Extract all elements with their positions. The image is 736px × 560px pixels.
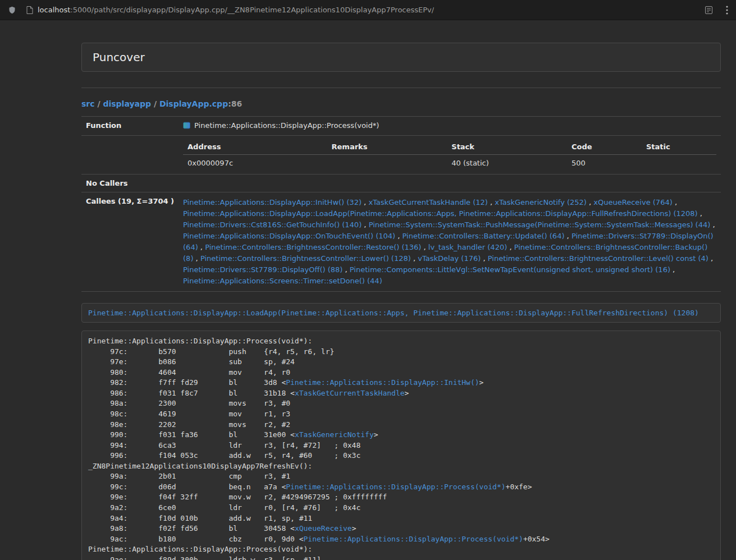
symbol-stats-table: Address Remarks Stack Code Static 0x0000…: [183, 140, 716, 169]
address-bar[interactable]: localhost:5000/path/src/displayapp/Displ…: [38, 6, 705, 14]
browser-toolbar: localhost:5000/path/src/displayapp/Displ…: [0, 0, 736, 20]
breadcrumb-line-suffix: :86: [228, 99, 242, 108]
callee-link[interactable]: Pinetime::Controllers::Battery::Update()…: [403, 232, 565, 240]
assembly-symbol-link[interactable]: Pinetime::Applications::DisplayApp::Proc…: [304, 535, 523, 543]
callee-link[interactable]: xTaskGenericNotify (252): [495, 198, 587, 206]
callee-link[interactable]: Pinetime::Applications::DisplayApp::OnTo…: [183, 232, 395, 240]
url-path: :5000/path/src/displayapp/DisplayApp.cpp…: [70, 6, 434, 14]
breadcrumb-link[interactable]: src: [81, 99, 95, 108]
stats-remarks-value: [327, 155, 447, 170]
function-row-label: Function: [81, 117, 179, 136]
stats-stack-value: 40 (static): [447, 155, 567, 170]
stats-address-value: 0x0000097c: [183, 155, 327, 170]
stats-col-code: Code: [567, 140, 642, 155]
breadcrumb: src / displayapp / DisplayApp.cpp:86: [81, 99, 721, 108]
callee-link[interactable]: lv_task_handler (420): [428, 243, 507, 251]
assembly-symbol-link[interactable]: xTaskGetCurrentTaskHandle: [295, 389, 405, 397]
stats-table-row: Address Remarks Stack Code Static 0x0000…: [81, 136, 721, 175]
stats-col-address: Address: [183, 140, 327, 155]
function-symbol-icon: [183, 122, 190, 131]
highlighted-callee-panel: Pinetime::Applications::DisplayApp::Load…: [81, 303, 721, 323]
app-header-panel: Puncover: [81, 43, 721, 72]
stats-col-static: Static: [642, 140, 716, 155]
page-icon: [26, 6, 33, 14]
breadcrumb-separator: /: [95, 99, 103, 108]
callee-link[interactable]: Pinetime::Components::LittleVgl::SetNewT…: [350, 265, 670, 274]
reader-view-icon[interactable]: [705, 6, 712, 14]
callee-link[interactable]: Pinetime::Controllers::BrightnessControl…: [200, 254, 411, 263]
callee-link[interactable]: Pinetime::System::SystemTask::PushMessag…: [369, 221, 711, 229]
callees-row: Callees (19, Σ=3704 ) Pinetime::Applicat…: [81, 192, 721, 292]
callees-list: Pinetime::Applications::DisplayApp::Init…: [179, 192, 721, 292]
main-content: Puncover src / displayapp / DisplayApp.c…: [81, 43, 721, 560]
callee-link[interactable]: Pinetime::Applications::DisplayApp::Load…: [183, 209, 698, 218]
stats-header-row: Address Remarks Stack Code Static: [183, 140, 716, 155]
callee-link[interactable]: xTaskGetCurrentTaskHandle (12): [368, 198, 487, 206]
function-name: Pinetime::Applications::DisplayApp::Proc…: [194, 121, 379, 130]
stats-code-value: 500: [567, 155, 642, 170]
callee-link[interactable]: Pinetime::Drivers::Cst816S::GetTouchInfo…: [183, 221, 362, 229]
callees-label: Callees (19, Σ=3704 ): [81, 192, 179, 292]
symbol-table: Function Pinetime::Applications::Display…: [81, 116, 721, 292]
divider: [81, 88, 721, 88]
breadcrumb-separator: /: [151, 99, 159, 108]
stats-value-row: 0x0000097c 40 (static) 500: [183, 155, 716, 170]
highlight-symbol-link[interactable]: Pinetime::Applications::DisplayApp::Load…: [88, 309, 699, 317]
url-text: localhost:5000/path/src/displayapp/Displ…: [38, 6, 434, 14]
callee-link[interactable]: Pinetime::Controllers::BrightnessControl…: [205, 243, 421, 251]
breadcrumb-link[interactable]: DisplayApp.cpp: [159, 99, 228, 108]
page-title: Puncover: [93, 51, 145, 64]
assembly-symbol-link[interactable]: Pinetime::Applications::DisplayApp::Proc…: [286, 483, 505, 491]
callee-link[interactable]: Pinetime::Controllers::BrightnessControl…: [488, 254, 708, 263]
callee-link[interactable]: vTaskDelay (176): [418, 254, 481, 263]
shield-icon[interactable]: [8, 6, 16, 15]
url-host: localhost: [38, 6, 70, 14]
stats-col-remarks: Remarks: [327, 140, 447, 155]
no-callers-row: No Callers: [81, 175, 721, 192]
disassembly-block: Pinetime::Applications::DisplayApp::Proc…: [81, 331, 721, 560]
callee-link[interactable]: Pinetime::Applications::Screens::Timer::…: [183, 277, 382, 285]
assembly-code: Pinetime::Applications::DisplayApp::Proc…: [88, 337, 550, 560]
assembly-symbol-link[interactable]: xTaskGenericNotify: [295, 430, 374, 439]
callee-link[interactable]: xQueueReceive (764): [593, 198, 672, 206]
callee-link[interactable]: Pinetime::Applications::DisplayApp::Init…: [183, 198, 362, 206]
kebab-menu-icon[interactable]: [726, 6, 728, 15]
function-row: Function Pinetime::Applications::Display…: [81, 117, 721, 136]
stats-col-stack: Stack: [447, 140, 567, 155]
stats-static-value: [642, 155, 716, 170]
assembly-symbol-link[interactable]: Pinetime::Applications::DisplayApp::Init…: [286, 378, 479, 387]
callee-link[interactable]: Pinetime::Drivers::St7789::DisplayOff() …: [183, 265, 342, 274]
assembly-symbol-link[interactable]: xQueueReceive: [295, 524, 352, 533]
no-callers-label: No Callers: [81, 175, 179, 192]
breadcrumb-link[interactable]: displayapp: [103, 99, 151, 108]
